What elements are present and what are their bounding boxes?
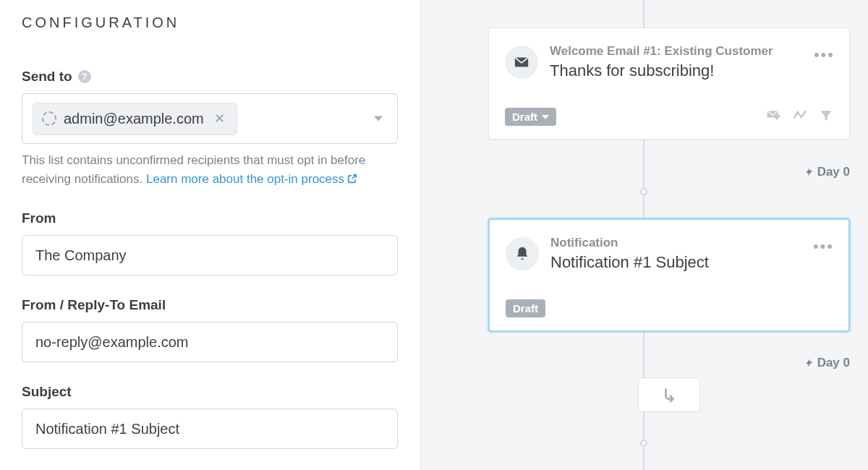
unconfirmed-icon: [42, 111, 56, 126]
email-check-icon[interactable]: [765, 108, 781, 126]
card-menu-icon[interactable]: •••: [814, 46, 835, 64]
status-badge-text: Draft: [513, 302, 538, 315]
flow-node-dot: [640, 188, 647, 195]
opt-in-link-text: Learn more about the opt-in process: [146, 172, 344, 186]
chip-remove-icon[interactable]: ✕: [211, 111, 228, 127]
day-label-2-text: Day 0: [817, 356, 850, 370]
send-to-hint: This list contains unconfirmed recipient…: [22, 151, 398, 189]
help-icon[interactable]: ?: [78, 70, 91, 83]
send-to-label-text: Send to: [22, 69, 72, 85]
bolt-icon: [804, 357, 814, 369]
card-title: Notification #1 Subject: [550, 253, 833, 272]
branch-node[interactable]: [638, 377, 700, 412]
reply-to-label: From / Reply-To Email: [22, 297, 398, 313]
branch-icon: [661, 387, 677, 403]
config-heading: CONFIGURATION: [22, 14, 398, 31]
external-link-icon: [347, 171, 357, 189]
status-badge-text: Draft: [512, 111, 537, 123]
config-panel: CONFIGURATION Send to ? admin@example.co…: [0, 0, 420, 470]
card-footer-icons: [765, 108, 833, 126]
filter-icon[interactable]: [819, 108, 833, 126]
card-footer: Draft: [506, 299, 833, 317]
from-input[interactable]: [22, 235, 398, 275]
day-label-2: Day 0: [804, 356, 850, 370]
flow-node-dot: [640, 440, 647, 447]
card-title: Thanks for subscribing!: [550, 61, 833, 80]
reply-to-input[interactable]: [22, 322, 398, 362]
subject-input[interactable]: [22, 409, 398, 449]
card-menu-icon[interactable]: •••: [813, 237, 834, 256]
chevron-down-icon[interactable]: [374, 116, 383, 121]
subject-label: Subject: [22, 384, 398, 400]
card-footer: Draft: [505, 108, 833, 126]
card-head: Notification Notification #1 Subject: [506, 236, 833, 272]
flow-card-notification[interactable]: ••• Notification Notification #1 Subject…: [488, 218, 850, 332]
card-type: Welcome Email #1: Existing Customer: [550, 44, 833, 59]
field-from: From: [22, 210, 398, 275]
bell-icon: [506, 237, 539, 270]
status-badge[interactable]: Draft: [506, 299, 545, 317]
opt-in-link[interactable]: Learn more about the opt-in process: [146, 172, 357, 186]
field-reply-to: From / Reply-To Email: [22, 297, 398, 362]
recipient-chip: admin@example.com ✕: [33, 103, 237, 135]
send-to-label: Send to ?: [22, 69, 398, 85]
flow-card-welcome-email[interactable]: ••• Welcome Email #1: Existing Customer …: [488, 27, 850, 140]
card-type: Notification: [550, 236, 833, 250]
analytics-icon[interactable]: [791, 108, 809, 126]
day-label-1: Day 0: [804, 165, 850, 179]
recipient-chip-text: admin@example.com: [64, 111, 204, 127]
card-head: Welcome Email #1: Existing Customer Than…: [505, 44, 833, 80]
day-label-1-text: Day 0: [817, 165, 850, 179]
field-subject: Subject: [22, 384, 398, 449]
flow-canvas[interactable]: ••• Welcome Email #1: Existing Customer …: [420, 0, 868, 470]
mail-icon: [505, 46, 538, 79]
chevron-down-icon: [542, 115, 549, 119]
bolt-icon: [804, 166, 814, 178]
send-to-select[interactable]: admin@example.com ✕: [22, 93, 398, 144]
field-send-to: Send to ? admin@example.com ✕ This list …: [22, 69, 398, 189]
from-label: From: [22, 210, 398, 226]
status-badge[interactable]: Draft: [505, 108, 556, 126]
